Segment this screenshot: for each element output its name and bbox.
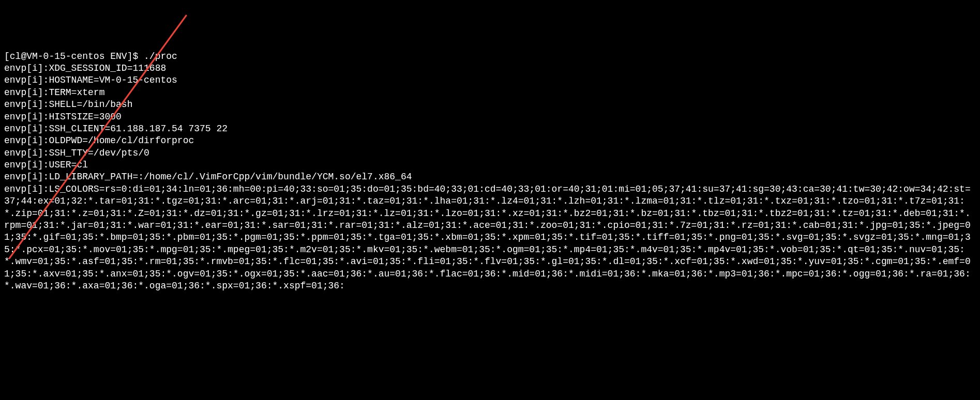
shell-prompt: [cl@VM-0-15-centos ENV]$ [4, 51, 144, 61]
terminal-output[interactable]: [cl@VM-0-15-centos ENV]$ ./proc envp[i]:… [4, 51, 976, 293]
output-lines: envp[i]:XDG_SESSION_ID=111688 envp[i]:HO… [4, 63, 976, 292]
command-text: ./proc [144, 51, 177, 61]
